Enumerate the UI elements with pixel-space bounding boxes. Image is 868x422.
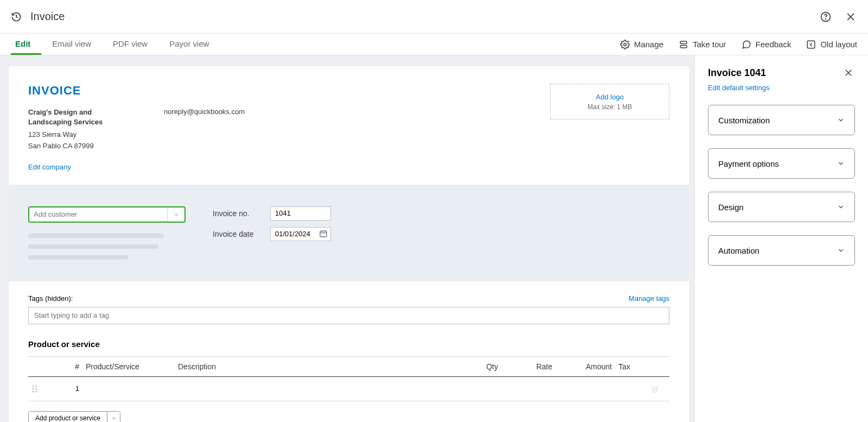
editor-scroll[interactable]: INVOICE Craig's Design and Landscaping S…: [0, 55, 694, 422]
side-panel: Invoice 1041 Edit default settings Custo…: [694, 55, 868, 422]
drag-handle-icon[interactable]: [28, 376, 50, 401]
delete-row-icon[interactable]: [648, 376, 669, 401]
company-email: noreply@quickbooks.com: [164, 108, 245, 152]
edit-default-settings-link[interactable]: Edit default settings: [708, 84, 855, 92]
tabs-bar: Edit Email view PDF view Payor view Mana…: [0, 34, 868, 55]
accordion-label: Automation: [718, 246, 760, 255]
add-product-button[interactable]: Add product or service: [29, 412, 107, 422]
chevron-down-icon: [837, 203, 845, 211]
close-icon[interactable]: [844, 10, 857, 23]
feedback-label: Feedback: [756, 40, 792, 49]
line-items-table: # Product/Service Description Qty Rate A…: [28, 356, 669, 401]
company-address-line1: 123 Sierra Way: [28, 129, 120, 141]
feedback-button[interactable]: Feedback: [742, 40, 792, 49]
chevron-down-icon: [837, 247, 845, 254]
page-title: Invoice: [30, 10, 65, 23]
svg-point-4: [623, 43, 626, 46]
chevron-down-icon: [837, 116, 845, 124]
manage-button[interactable]: Manage: [620, 40, 663, 49]
svg-rect-5: [680, 41, 687, 44]
customer-placeholder-skeleton: [28, 234, 186, 260]
accordion-label: Payment options: [718, 159, 779, 168]
row-number: 1: [50, 376, 82, 401]
invoice-date-label: Invoice date: [213, 230, 261, 238]
add-product-button-group: Add product or service: [28, 411, 120, 422]
take-tour-button[interactable]: Take tour: [679, 40, 726, 49]
accordion-label: Customization: [718, 116, 770, 125]
invoice-paper: INVOICE Craig's Design and Landscaping S…: [9, 66, 689, 422]
line-item-row[interactable]: 1: [28, 376, 669, 401]
product-section: Product or service # Product/Service Des…: [28, 339, 669, 422]
tour-icon: [679, 40, 688, 49]
invoice-date-input[interactable]: [270, 227, 331, 241]
customer-dropdown[interactable]: [28, 206, 186, 223]
svg-point-16: [33, 390, 34, 392]
side-panel-title: Invoice 1041: [708, 67, 766, 79]
col-amount: Amount: [556, 356, 615, 376]
tab-edit[interactable]: Edit: [11, 34, 41, 55]
col-tax: Tax: [615, 356, 648, 376]
tab-payor-view[interactable]: Payor view: [158, 34, 220, 55]
accordion-label: Design: [718, 203, 744, 212]
take-tour-label: Take tour: [693, 40, 726, 49]
col-desc: Description: [175, 356, 458, 376]
svg-rect-7: [808, 41, 815, 48]
top-header: Invoice: [0, 0, 868, 34]
logo-size-hint: Max size: 1 MB: [588, 103, 632, 111]
chevron-down-icon[interactable]: [167, 207, 184, 222]
customer-section: Invoice no. Invoice date: [9, 185, 689, 281]
invoice-heading: INVOICE: [28, 84, 245, 98]
customer-input[interactable]: [29, 207, 167, 222]
invoice-no-input[interactable]: [270, 206, 331, 221]
tab-pdf-view[interactable]: PDF view: [102, 34, 158, 55]
old-layout-button[interactable]: Old layout: [806, 40, 857, 49]
col-item: Product/Service: [82, 356, 175, 376]
svg-rect-6: [680, 45, 687, 48]
company-address-line2: San Pablo CA 87999: [28, 141, 120, 152]
accordion-customization[interactable]: Customization: [708, 105, 855, 135]
svg-point-12: [33, 385, 34, 387]
svg-point-14: [33, 388, 34, 389]
side-panel-close-icon[interactable]: [842, 66, 855, 79]
invoice-no-label: Invoice no.: [213, 209, 261, 218]
chevron-down-icon: [837, 160, 845, 167]
feedback-icon: [742, 40, 751, 49]
product-heading: Product or service: [28, 339, 669, 349]
accordion-automation[interactable]: Automation: [708, 235, 855, 266]
history-icon[interactable]: [11, 11, 22, 22]
manage-label: Manage: [634, 40, 663, 49]
accordion-payment-options[interactable]: Payment options: [708, 148, 855, 179]
manage-tags-link[interactable]: Manage tags: [629, 294, 669, 303]
tags-section: Tags (hidden): Manage tags: [28, 294, 669, 324]
old-layout-label: Old layout: [820, 40, 857, 49]
tab-email-view[interactable]: Email view: [41, 34, 102, 55]
edit-company-link[interactable]: Edit company: [28, 163, 71, 171]
svg-point-13: [36, 385, 37, 387]
col-qty: Qty: [458, 356, 501, 376]
tags-input[interactable]: [28, 307, 669, 324]
help-icon[interactable]: [819, 10, 832, 23]
col-num: #: [50, 356, 82, 376]
add-logo-link[interactable]: Add logo: [596, 93, 623, 101]
svg-point-17: [36, 390, 37, 392]
company-name: Craig's Design and Landscaping Services: [28, 108, 120, 127]
tags-label: Tags (hidden):: [28, 294, 73, 303]
main-area: INVOICE Craig's Design and Landscaping S…: [0, 55, 868, 422]
col-rate: Rate: [501, 356, 556, 376]
logo-upload-box[interactable]: Add logo Max size: 1 MB: [550, 84, 669, 119]
svg-point-1: [826, 18, 826, 19]
accordion-design[interactable]: Design: [708, 192, 855, 222]
layout-icon: [806, 40, 816, 49]
add-product-dropdown[interactable]: [107, 412, 120, 422]
svg-point-15: [36, 388, 37, 389]
gear-icon: [620, 40, 630, 49]
